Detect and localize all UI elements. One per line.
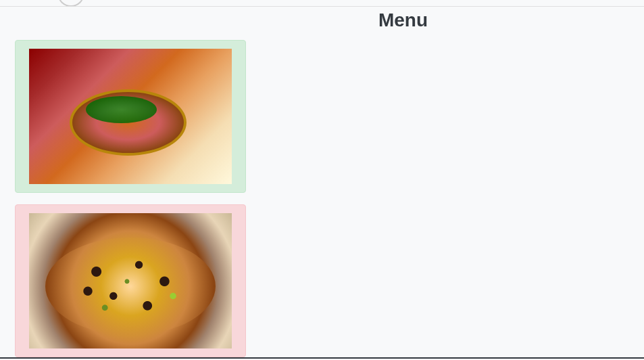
menu-list <box>0 31 644 357</box>
footer-divider <box>0 357 644 359</box>
menu-card-pizza[interactable] <box>15 204 246 357</box>
page-title: Menu <box>162 9 644 31</box>
pizza-image <box>29 213 232 348</box>
menu-card-curry[interactable] <box>15 40 246 193</box>
header-divider <box>0 6 644 7</box>
curry-image <box>29 49 232 184</box>
